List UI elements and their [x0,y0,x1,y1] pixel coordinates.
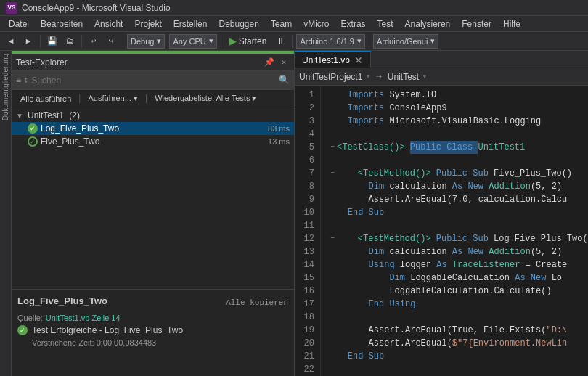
code-line-1: Imports System.IO [327,89,582,102]
undo-btn[interactable]: ↩ [86,33,102,49]
save-all-btn[interactable]: 🗂 [62,33,78,49]
config-dropdown[interactable]: Debug ▾ [127,34,165,49]
pin-btn[interactable]: 📌 [264,57,275,68]
start-button[interactable]: ▶ Starten [225,36,271,46]
expand-btn-7[interactable]: − [328,169,337,178]
details-source-row: Quelle: UnitTest1.vb Zeile 14 [17,314,288,322]
code-line-17: End Using [327,298,582,311]
menu-item-extras[interactable]: Extras [335,17,372,30]
nav-class-chevron-icon: ▾ [422,71,427,82]
code-line-22 [327,363,582,376]
code-line-5: −<TestClass()> Public Class UnitTest1 [327,141,582,154]
menu-item-team[interactable]: Team [265,17,298,30]
expand-btn-5[interactable]: − [328,143,337,152]
toolbar-sep-5 [292,35,293,48]
forward-btn[interactable]: ▶ [20,33,36,49]
nav-sep: → [377,72,382,82]
run-all-btn[interactable]: Alle ausführen [16,93,75,105]
platform-label: Any CPU [173,37,205,46]
device-label: Arduino 1.6/1.9 [300,37,354,46]
expand-btn-12[interactable]: − [328,234,337,243]
main-area: Dokumentgliederung Test-Explorer 📌 ✕ ≡ ↕… [0,51,588,376]
platform-chevron: ▾ [209,36,213,46]
tab-close-btn[interactable]: ✕ [354,54,363,66]
redo-btn[interactable]: ↪ [103,33,119,49]
details-title: Log_Five_Plus_Two [17,295,107,306]
search-icons: ≡ ↕ [16,75,28,86]
code-content[interactable]: Imports System.IO Imports ConsoleApp9 Im… [321,86,588,376]
back-btn[interactable]: ◀ [3,33,19,49]
line-numbers: 123456789101112131415161718192021222324 [295,86,321,376]
tree-item-log-five-plus-two[interactable]: ✓ Log_Five_Plus_Two 83 ms [12,122,294,135]
tab-name: UnitTest1.vb [302,55,350,65]
test-status-pass-icon: ✓ [28,123,38,134]
board-label: Arduino/Genui [377,37,428,46]
run-chevron-icon: ▾ [134,94,138,102]
save-btn[interactable]: 💾 [44,33,60,49]
search-bar: ≡ ↕ 🔍 [12,71,294,90]
test-explorer-header: Test-Explorer 📌 ✕ [12,54,294,71]
group-name: UnitTest1 [28,110,64,120]
details-panel: Log_Five_Plus_Two Alle kopieren Quelle: … [12,289,294,376]
code-line-7: − <TestMethod()> Public Sub Five_Plus_Tw… [327,167,582,180]
menu-item-debuggen[interactable]: Debuggen [213,17,264,30]
code-line-10: End Sub [327,206,582,219]
history-chevron-icon: ▾ [252,94,256,102]
test-group-unittest1: ▼ UnitTest1 (2) ✓ Log_Five_Plus_Two 83 m… [12,107,294,150]
code-line-8: Dim calculation As New Addition(5, 2) [327,180,582,193]
code-line-20: Assert.AreEqual($"7{Environment.NewLin [327,337,582,350]
menu-item-projekt[interactable]: Projekt [128,17,167,30]
menu-item-test[interactable]: Test [372,17,399,30]
code-line-6 [327,154,582,167]
menu-item-bearbeiten[interactable]: Bearbeiten [35,17,89,30]
nav-project: UnitTestProject1 [299,72,362,82]
code-line-12: − <TestMethod()> Public Sub Log_Five_Plu… [327,232,582,245]
board-dropdown[interactable]: Arduino/Genui ▾ [373,34,438,49]
platform-dropdown[interactable]: Any CPU ▾ [169,34,216,49]
close-panel-btn[interactable]: ✕ [278,57,290,68]
nav-bar: UnitTestProject1 ▾ → UnitTest ▾ [295,68,588,86]
menu-item-erstellen[interactable]: Erstellen [168,17,213,30]
test-time-five: 13 ms [268,137,290,146]
toolbar-sep-4 [221,35,221,48]
code-line-2: Imports ConsoleApp9 [327,102,582,115]
menu-item-analysieren[interactable]: Analysieren [399,17,457,30]
test-name-five: Five_Plus_Two [41,136,265,147]
test-name-log: Log_Five_Plus_Two [41,123,265,134]
history-btn[interactable]: Wiedergabeliste: Alle Tests ▾ [150,92,261,105]
menu-item-hilfe[interactable]: Hilfe [497,17,526,30]
vs-logo: VS [6,2,17,14]
run-selected-btn[interactable]: Ausführen... ▾ [84,92,142,105]
pause-btn[interactable]: ⏸ [272,33,288,49]
doc-outline-label: Dokumentgliederung [1,54,9,120]
copy-all-btn[interactable]: Alle kopieren [226,298,288,307]
menu-item-ansicht[interactable]: Ansicht [89,17,128,30]
test-time-log: 83 ms [268,124,290,133]
menu-item-vmicro[interactable]: vMicro [298,17,335,30]
menu-item-fenster[interactable]: Fenster [456,17,497,30]
tree-item-five-plus-two[interactable]: ✓ Five_Plus_Two 13 ms [12,135,294,148]
code-line-13: Dim calculation As New Addition(5, 2) [327,245,582,258]
editor-tab-unittest[interactable]: UnitTest1.vb ✕ [295,51,371,68]
tree-group-header[interactable]: ▼ UnitTest1 (2) [12,109,294,122]
details-time: Verstrichene Zeit: 0:00:00,0834483 [17,338,288,347]
success-text: Test Erfolgreiche - Log_Five_Plus_Two [32,325,183,335]
menu-item-datei[interactable]: Datei [3,17,35,30]
filter-icon: ≡ [16,75,21,86]
code-line-19: Assert.AreEqual(True, File.Exists("D:\ [327,324,582,337]
details-success-row: ✓ Test Erfolgreiche - Log_Five_Plus_Two [17,325,288,335]
config-label: Debug [131,37,154,46]
code-line-16: LoggableCalculation.Calculate() [327,285,582,298]
code-line-21: End Sub [327,350,582,363]
toolbar-sep-6 [369,35,369,48]
code-area: 123456789101112131415161718192021222324 … [295,86,588,376]
source-link[interactable]: UnitTest1.vb Zeile 14 [46,314,121,322]
search-input[interactable] [31,75,276,86]
group-toggle-icon: ▼ [16,112,25,120]
test-explorer-title: Test-Explorer [16,57,261,68]
code-line-9: Assert.AreEqual(7.0, calculation.Calcu [327,193,582,206]
test-explorer-panel: Test-Explorer 📌 ✕ ≡ ↕ 🔍 Alle ausführen |… [12,51,295,376]
device-dropdown[interactable]: Arduino 1.6/1.9 ▾ [296,34,365,49]
device-chevron: ▾ [357,36,362,46]
menu-bar: DateiBearbeitenAnsichtProjektErstellenDe… [0,16,588,32]
